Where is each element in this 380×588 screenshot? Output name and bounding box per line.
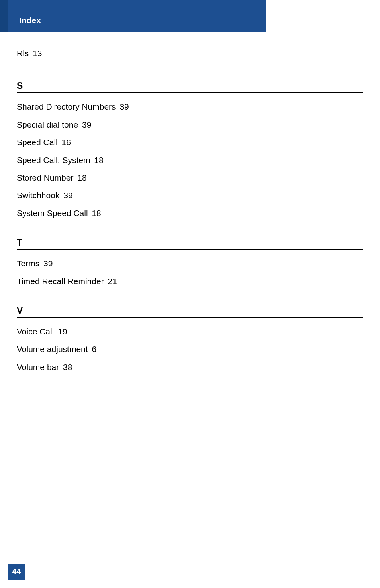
entry-term: Terms: [17, 259, 39, 268]
entry-page: 6: [92, 344, 96, 354]
letter-heading-t: T: [17, 237, 363, 250]
index-entry: System Speed Call 18: [17, 207, 363, 219]
index-entry: Timed Recall Reminder 21: [17, 275, 363, 287]
entry-term: Volume bar: [17, 362, 59, 372]
index-entry: Switchhook 39: [17, 189, 363, 201]
index-entry: Stored Number 18: [17, 172, 363, 183]
index-entry: Voice Call 19: [17, 326, 363, 337]
entry-page: 16: [62, 138, 71, 147]
index-entry: Rls 13: [17, 47, 363, 59]
letter-heading-v: V: [17, 305, 363, 318]
entry-term: Shared Directory Numbers: [17, 102, 116, 111]
entry-page: 39: [43, 259, 53, 268]
index-entry: Speed Call 16: [17, 136, 363, 148]
entry-page: 19: [58, 327, 67, 336]
index-entry: Speed Call, System 18: [17, 154, 363, 166]
entry-page: 38: [63, 362, 72, 372]
index-entry: Special dial tone 39: [17, 119, 363, 130]
page-number: 44: [8, 564, 25, 580]
entry-term: Rls: [17, 49, 29, 58]
entry-page: 18: [92, 208, 101, 218]
entry-page: 13: [33, 49, 42, 58]
header-title: Index: [8, 11, 52, 32]
header-accent: [0, 0, 8, 32]
header-bar: Index: [0, 0, 266, 32]
entry-term: Speed Call: [17, 138, 58, 147]
index-content: Rls 13 S Shared Directory Numbers 39 Spe…: [0, 32, 380, 373]
entry-term: Speed Call, System: [17, 155, 90, 165]
index-entry: Terms 39: [17, 258, 363, 269]
entry-page: 39: [63, 191, 72, 200]
entry-page: 39: [82, 120, 91, 129]
index-entry: Volume adjustment 6: [17, 343, 363, 355]
entry-term: Volume adjustment: [17, 344, 88, 354]
entry-term: System Speed Call: [17, 208, 88, 218]
entry-term: Stored Number: [17, 173, 73, 182]
entry-term: Timed Recall Reminder: [17, 277, 104, 286]
entry-term: Voice Call: [17, 327, 54, 336]
entry-page: 21: [108, 277, 117, 286]
entry-term: Special dial tone: [17, 120, 78, 129]
index-entry: Shared Directory Numbers 39: [17, 101, 363, 112]
entry-page: 18: [94, 155, 103, 165]
entry-page: 18: [77, 173, 86, 182]
index-entry: Volume bar 38: [17, 361, 363, 373]
letter-heading-s: S: [17, 81, 363, 93]
entry-term: Switchhook: [17, 191, 59, 200]
entry-page: 39: [119, 102, 129, 111]
